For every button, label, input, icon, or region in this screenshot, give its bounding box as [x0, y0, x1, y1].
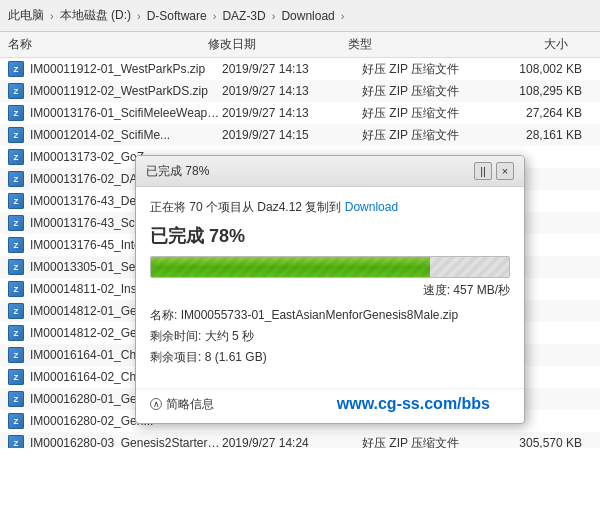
file-icon — [8, 325, 26, 341]
file-icon — [8, 149, 26, 165]
zip-icon — [8, 149, 24, 165]
dialog-titlebar: 已完成 78% || × — [136, 156, 524, 187]
file-icon — [8, 83, 26, 99]
breadcrumb-sep-3: › — [213, 10, 217, 22]
table-row[interactable]: IM00016280-03_Genesis2StarterEsse... 201… — [0, 432, 600, 448]
col-header-name[interactable]: 名称 — [8, 36, 208, 53]
zip-icon — [8, 83, 24, 99]
progress-dialog[interactable]: 已完成 78% || × 正在将 70 个项目从 Daz4.12 复制到 Dow… — [135, 155, 525, 424]
file-icon — [8, 281, 26, 297]
zip-icon — [8, 435, 24, 448]
file-size: 305,570 KB — [502, 436, 582, 448]
breadcrumb-daz3d[interactable]: DAZ-3D — [222, 9, 265, 23]
details-label: 简略信息 — [166, 396, 214, 413]
file-icon — [8, 215, 26, 231]
zip-icon — [8, 413, 24, 429]
file-date: 2019/9/27 14:15 — [222, 128, 362, 142]
progress-bar-container — [150, 256, 510, 278]
copy-info-text: 正在将 70 个项目从 Daz4.12 复制到 — [150, 200, 341, 214]
file-icon — [8, 369, 26, 385]
file-name: IM00016280-03_Genesis2StarterEsse... — [30, 436, 222, 448]
file-name: IM00013176-01_ScifiMeleеWeapons... — [30, 106, 222, 120]
zip-icon — [8, 347, 24, 363]
table-row[interactable]: IM00012014-02_ScifiMe... 2019/9/27 14:15… — [0, 124, 600, 146]
website-label: www.cg-ss.com/bbs — [337, 395, 490, 413]
file-size: 108,002 KB — [502, 62, 582, 76]
zip-icon — [8, 171, 24, 187]
file-size: 28,161 KB — [502, 128, 582, 142]
file-icon — [8, 61, 26, 77]
file-type: 好压 ZIP 压缩文件 — [362, 105, 502, 122]
zip-icon — [8, 237, 24, 253]
progress-bar-texture — [151, 257, 509, 277]
file-type: 好压 ZIP 压缩文件 — [362, 127, 502, 144]
file-icon — [8, 105, 26, 121]
file-date: 2019/9/27 14:13 — [222, 106, 362, 120]
chevron-up-icon: ∧ — [150, 398, 162, 410]
file-icon — [8, 413, 26, 429]
dialog-controls: || × — [474, 162, 514, 180]
zip-icon — [8, 193, 24, 209]
dialog-footer: ∧ 简略信息 www.cg-ss.com/bbs — [136, 388, 524, 423]
progress-label: 已完成 78% — [150, 224, 510, 248]
file-name: IM00011912-02_WestParkDS.zip — [30, 84, 222, 98]
file-type: 好压 ZIP 压缩文件 — [362, 83, 502, 100]
breadcrumb-sep-4: › — [272, 10, 276, 22]
file-type: 好压 ZIP 压缩文件 — [362, 435, 502, 449]
zip-icon — [8, 259, 24, 275]
file-name: IM00011912-01_WestParkPs.zip — [30, 62, 222, 76]
file-type: 好压 ZIP 压缩文件 — [362, 61, 502, 78]
file-icon — [8, 391, 26, 407]
file-info: 名称: IM00055733-01_EastAsianMenforGenesis… — [150, 307, 510, 324]
zip-icon — [8, 325, 24, 341]
breadcrumb-software[interactable]: D-Software — [147, 9, 207, 23]
file-icon — [8, 193, 26, 209]
items-remaining: 剩余项目: 8 (1.61 GB) — [150, 349, 510, 366]
time-remaining: 剩余时间: 大约 5 秒 — [150, 328, 510, 345]
close-button[interactable]: × — [496, 162, 514, 180]
pause-button[interactable]: || — [474, 162, 492, 180]
details-button[interactable]: ∧ 简略信息 — [150, 396, 214, 413]
file-icon — [8, 303, 26, 319]
zip-icon — [8, 215, 24, 231]
zip-icon — [8, 281, 24, 297]
file-date: 2019/9/27 14:13 — [222, 84, 362, 98]
col-header-type[interactable]: 类型 — [348, 36, 488, 53]
explorer-window: 此电脑 › 本地磁盘 (D:) › D-Software › DAZ-3D › … — [0, 0, 600, 525]
file-date: 2019/9/27 14:24 — [222, 436, 362, 448]
file-date: 2019/9/27 14:13 — [222, 62, 362, 76]
copy-destination-link[interactable]: Download — [345, 200, 398, 214]
table-row[interactable]: IM00011912-01_WestParkPs.zip 2019/9/27 1… — [0, 58, 600, 80]
file-icon — [8, 171, 26, 187]
column-headers: 名称 修改日期 类型 大小 — [0, 32, 600, 58]
table-row[interactable]: IM00011912-02_WestParkDS.zip 2019/9/27 1… — [0, 80, 600, 102]
col-header-size[interactable]: 大小 — [488, 36, 568, 53]
breadcrumb-drive[interactable]: 本地磁盘 (D:) — [60, 7, 131, 24]
col-header-date[interactable]: 修改日期 — [208, 36, 348, 53]
zip-icon — [8, 127, 24, 143]
zip-icon — [8, 105, 24, 121]
zip-icon — [8, 369, 24, 385]
file-icon — [8, 259, 26, 275]
address-bar: 此电脑 › 本地磁盘 (D:) › D-Software › DAZ-3D › … — [0, 0, 600, 32]
breadcrumb-sep-5: › — [341, 10, 345, 22]
file-icon — [8, 435, 26, 448]
zip-icon — [8, 303, 24, 319]
progress-speed: 速度: 457 MB/秒 — [150, 282, 510, 299]
breadcrumb-sep-2: › — [137, 10, 141, 22]
file-icon — [8, 127, 26, 143]
dialog-title: 已完成 78% — [146, 163, 209, 180]
breadcrumb-computer[interactable]: 此电脑 — [8, 7, 44, 24]
file-name: IM00012014-02_ScifiMe... — [30, 128, 222, 142]
file-icon — [8, 237, 26, 253]
file-icon — [8, 347, 26, 363]
table-row[interactable]: IM00013176-01_ScifiMeleеWeapons... 2019/… — [0, 102, 600, 124]
dialog-content: 正在将 70 个项目从 Daz4.12 复制到 Download 已完成 78%… — [136, 187, 524, 388]
file-size: 27,264 KB — [502, 106, 582, 120]
zip-icon — [8, 391, 24, 407]
breadcrumb-sep-1: › — [50, 10, 54, 22]
file-size: 108,295 KB — [502, 84, 582, 98]
breadcrumb-download[interactable]: Download — [281, 9, 334, 23]
zip-icon — [8, 61, 24, 77]
copy-info: 正在将 70 个项目从 Daz4.12 复制到 Download — [150, 199, 510, 216]
